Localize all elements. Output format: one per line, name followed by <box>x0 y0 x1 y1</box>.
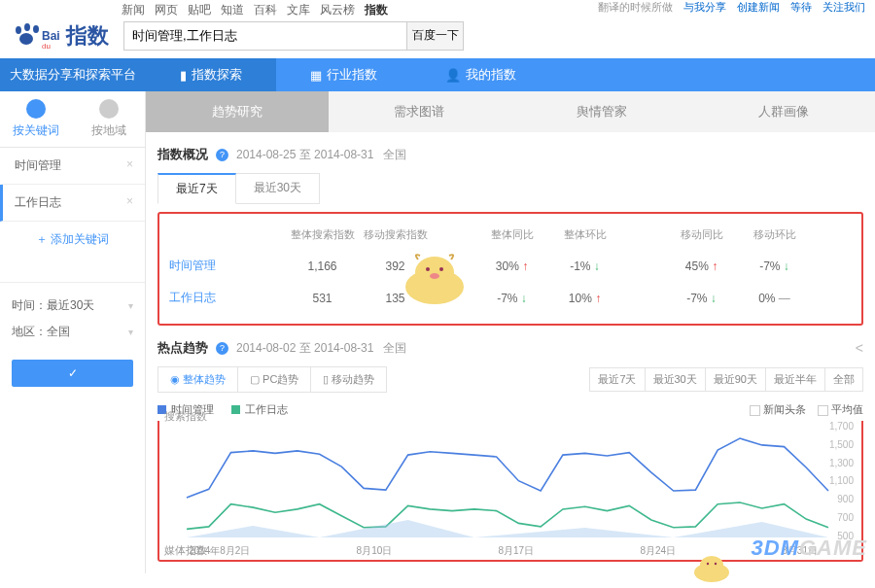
col-header: 移动搜索指数 <box>359 227 432 242</box>
overview-section: 指数概况 ? 2014-08-25 至 2014-08-31 全国 最近7天最近… <box>158 146 863 326</box>
close-icon[interactable]: × <box>126 194 133 211</box>
chart-range-1[interactable]: 最近30天 <box>646 367 706 392</box>
search-button[interactable]: 百度一下 <box>406 22 463 50</box>
keyword-item[interactable]: 工作日志× <box>0 185 145 222</box>
content: 趋势研究需求图谱舆情管家人群画像 指数概况 ? 2014-08-25 至 201… <box>146 91 875 573</box>
check-icon: ✓ <box>68 366 78 380</box>
chart-range-2[interactable]: 最近90天 <box>706 367 766 392</box>
trend-date: 2014-08-02 至 2014-08-31 <box>236 340 373 357</box>
svg-point-8 <box>426 267 430 271</box>
info-icon[interactable]: ? <box>216 342 228 355</box>
region-label: 地区： <box>12 324 47 340</box>
svg-text:du: du <box>42 42 51 50</box>
svg-point-14 <box>715 563 717 565</box>
sub-tab-0[interactable]: 趋势研究 <box>146 91 329 132</box>
chart-range-4[interactable]: 全部 <box>825 367 863 392</box>
svg-point-3 <box>19 33 33 45</box>
info-icon[interactable]: ? <box>216 149 228 161</box>
area-label: 媒体指数 <box>164 543 207 558</box>
category-link[interactable]: 百科 <box>254 3 277 17</box>
nav-item-2[interactable]: 👤我的指数 <box>411 58 550 91</box>
category-link[interactable]: 风云榜 <box>320 3 355 17</box>
category-link[interactable]: 指数 <box>365 3 388 17</box>
col-header: 整体同比 <box>475 227 548 242</box>
keyword-item[interactable]: 时间管理× <box>0 148 145 185</box>
mascot-small-icon <box>690 553 734 582</box>
trend-section: 热点趋势 ? 2014-08-02 至 2014-08-31 全国 < ◉ 整体… <box>158 339 863 562</box>
sub-tab-2[interactable]: 舆情管家 <box>510 91 693 132</box>
legend-checkbox[interactable]: 新闻头条 <box>750 402 806 417</box>
keyword-link[interactable]: 时间管理 <box>169 258 286 274</box>
col-header: 整体搜索指数 <box>286 227 359 242</box>
nav-item-0[interactable]: ▮指数探索 <box>146 58 276 91</box>
bar-icon: ▮ <box>180 68 187 83</box>
chart-type-2[interactable]: ▯ 移动趋势 <box>311 366 387 393</box>
col-header: 整体环比 <box>548 227 621 242</box>
svg-point-0 <box>16 26 21 34</box>
header: Bai du 指数 百度一下 <box>0 17 875 58</box>
watermark: 3DMGAME <box>752 536 867 561</box>
mascot-icon <box>399 248 472 306</box>
category-link[interactable]: 新闻 <box>122 3 145 17</box>
side-tab-1[interactable]: 按地域 <box>73 91 146 147</box>
sub-tab-3[interactable]: 人群画像 <box>693 91 876 132</box>
side-tab-0[interactable]: 按关键词 <box>0 91 73 147</box>
grid-icon: ▦ <box>310 68 322 83</box>
svg-point-7 <box>415 257 454 288</box>
svg-point-9 <box>439 267 443 271</box>
category-nav: 新闻网页贴吧知道百科文库风云榜指数 <box>122 2 398 18</box>
region-value: 全国 <box>47 324 70 340</box>
top-link-1[interactable]: 与我分享 <box>683 1 726 13</box>
greeting: 翻译的时候所做 <box>598 1 673 13</box>
baidu-logo-icon: Bai du <box>10 22 64 50</box>
time-filter[interactable]: 时间： 最近30天 ▾ <box>12 293 133 319</box>
main-nav: 大数据分享和探索平台 ▮指数探索▦行业指数👤我的指数 <box>0 58 875 91</box>
sidebar: 按关键词按地域 时间管理×工作日志× ＋ 添加关键词 时间： 最近30天 ▾ 地… <box>0 91 146 573</box>
add-keyword-button[interactable]: ＋ 添加关键词 <box>0 222 145 258</box>
logo[interactable]: Bai du 指数 <box>10 21 109 51</box>
svg-point-2 <box>33 25 39 33</box>
time-value: 最近30天 <box>47 297 94 314</box>
top-link-4[interactable]: 关注我们 <box>822 1 865 13</box>
chart-type-0[interactable]: ◉ 整体趋势 <box>158 366 238 393</box>
overview-table: 整体搜索指数 移动搜索指数 整体同比 整体环比 移动同比 移动环比 时间管理1,… <box>158 212 863 326</box>
category-link[interactable]: 网页 <box>155 3 178 17</box>
search-input[interactable] <box>124 22 406 50</box>
col-header: 移动环比 <box>738 227 811 242</box>
svg-point-12 <box>700 556 723 573</box>
period-tab-0[interactable]: 最近7天 <box>158 173 236 204</box>
col-header: 移动同比 <box>665 227 738 242</box>
sub-tab-1[interactable]: 需求图谱 <box>329 91 511 132</box>
top-link-3[interactable]: 等待 <box>790 1 812 13</box>
region-filter[interactable]: 地区： 全国 ▾ <box>12 319 133 345</box>
close-icon[interactable]: × <box>126 157 133 174</box>
svg-text:Bai: Bai <box>42 29 60 43</box>
overview-title: 指数概况 <box>158 146 208 163</box>
chart-type-1[interactable]: ▢ PC趋势 <box>238 366 311 393</box>
platform-label: 大数据分享和探索平台 <box>0 58 146 91</box>
legend-checkbox[interactable]: 平均值 <box>818 402 863 417</box>
keyword-link[interactable]: 工作日志 <box>169 290 286 306</box>
top-link-2[interactable]: 创建新闻 <box>737 1 780 13</box>
overview-region: 全国 <box>383 147 406 163</box>
overview-date: 2014-08-25 至 2014-08-31 <box>236 147 373 163</box>
category-link[interactable]: 贴吧 <box>188 3 211 17</box>
table-row: 工作日志531135-7% ↓10% ↑-7% ↓0% — <box>169 282 852 314</box>
legend-item: 工作日志 <box>231 402 288 417</box>
chart-range-3[interactable]: 最近半年 <box>766 367 825 392</box>
confirm-button[interactable]: ✓ <box>12 360 133 387</box>
logo-text: 指数 <box>66 21 109 51</box>
category-link[interactable]: 文库 <box>287 3 310 17</box>
chevron-down-icon: ▾ <box>128 300 133 311</box>
svg-point-13 <box>707 563 709 565</box>
chevron-down-icon: ▾ <box>128 327 133 337</box>
period-tab-1[interactable]: 最近30天 <box>236 173 320 204</box>
search-box: 百度一下 <box>123 21 464 51</box>
category-link[interactable]: 知道 <box>221 3 244 17</box>
chart-range-0[interactable]: 最近7天 <box>589 367 645 392</box>
tab-icon <box>26 99 46 119</box>
nav-item-1[interactable]: ▦行业指数 <box>276 58 411 91</box>
table-row: 时间管理1,16639230% ↑-1% ↓45% ↑-7% ↓ <box>169 250 852 282</box>
share-icon[interactable]: < <box>856 340 863 356</box>
time-label: 时间： <box>12 297 47 314</box>
